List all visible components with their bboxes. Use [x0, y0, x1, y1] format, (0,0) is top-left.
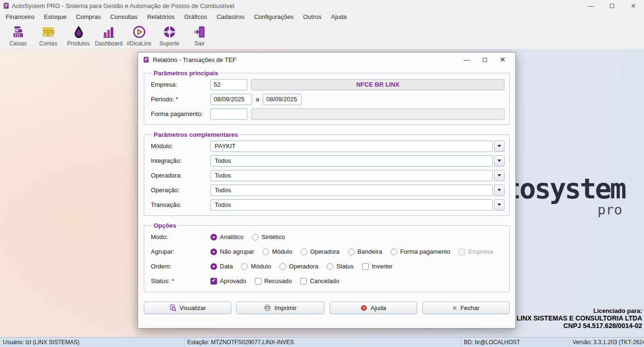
checkbox-aprovado[interactable]: Aprovado [210, 277, 246, 285]
dialog-maximize-button[interactable] [476, 58, 494, 62]
radio-icon [262, 249, 269, 255]
radio-agrupar-operadora[interactable]: Operadora [301, 248, 339, 255]
option-label: Aprovado [220, 277, 246, 285]
transacao-combobox[interactable]: Todos [210, 199, 505, 211]
toolbar-button-dashboard[interactable]: Dashboard [94, 24, 124, 49]
status-label: Status: * [151, 277, 210, 285]
dialog-titlebar[interactable]: Relatório - Transações de TEF — ✕ [138, 53, 515, 67]
toolbar-button-caixas[interactable]: Caixas [3, 24, 33, 49]
menu-item-compras[interactable]: Compras [71, 11, 105, 22]
dialog: Relatório - Transações de TEF — ✕ Parâme… [138, 52, 516, 329]
checkbox-icon [362, 263, 369, 270]
radio-agrupar-modulo[interactable]: Módulo [262, 248, 292, 255]
group-parametros-complementares: Parâmetros complementares Módulo: PAYKIT… [144, 131, 510, 216]
operacao-row: Operação: Todos [151, 183, 505, 197]
option-label: Data [220, 263, 233, 270]
menu-item-relatorios[interactable]: Relatórios [142, 11, 180, 22]
option-label: Não agrupar [220, 248, 254, 255]
radio-ordem-modulo[interactable]: Módulo [241, 263, 271, 270]
toolbar-label: Produtos [67, 40, 90, 47]
forma-pagamento-row: Forma pagamento: [151, 107, 505, 121]
operadora-row: Operadora: Todos [151, 168, 505, 183]
modo-label: Modo: [151, 233, 210, 240]
empresa-code-input[interactable] [210, 79, 247, 90]
button-label: Fechar [461, 304, 479, 311]
radio-agrupar-bandeira[interactable]: Bandeira [348, 248, 382, 255]
menu-item-ajuda[interactable]: Ajuda [326, 11, 351, 22]
dialog-minimize-button[interactable]: — [458, 56, 476, 63]
close-x-icon: ✕ [453, 305, 457, 311]
menu-item-cadastros[interactable]: Cadastros [212, 11, 249, 22]
license-title: Licenciado para: [517, 307, 643, 314]
toolbar-button-produtos[interactable]: Produtos [63, 24, 94, 49]
option-label: Operadora [289, 263, 318, 270]
maximize-button[interactable] [601, 0, 623, 11]
dropdown-arrow-button[interactable] [494, 155, 505, 167]
toolbar-button-contas[interactable]: Contas [33, 24, 63, 49]
dropdown-arrow-button[interactable] [494, 185, 505, 196]
fechar-button[interactable]: ✕ Fechar [422, 302, 510, 314]
svg-text:?: ? [362, 306, 365, 311]
toolbar-button-sair[interactable]: Sair [184, 24, 215, 49]
toolbar-button-suporte[interactable]: Suporte [154, 24, 184, 49]
checkbox-cancelado[interactable]: Cancelado [300, 277, 339, 285]
radio-ordem-data[interactable]: Data [210, 263, 233, 270]
statusbar-user: Usuário: lzt (LINX SISTEMAS) [0, 338, 184, 347]
button-label: Ajuda [371, 304, 386, 311]
menu-item-graficos[interactable]: Gráficos [180, 11, 212, 22]
menu-item-configuracoes[interactable]: Configurações [249, 11, 298, 22]
close-button[interactable]: ✕ [623, 0, 644, 11]
checkbox-recusado[interactable]: Recusado [255, 277, 292, 285]
dialog-close-button[interactable]: ✕ [494, 55, 512, 64]
periodo-row: Período: * a [151, 92, 505, 107]
toolbar-button-dicalinx[interactable]: #DicaLinx [124, 24, 154, 49]
empresa-label: Empresa: [151, 81, 210, 88]
radio-agrupar-forma-pagamento[interactable]: Forma pagamento [391, 248, 450, 255]
menu-item-financeiro[interactable]: Financeiro [1, 11, 39, 22]
dialog-maximize-icon [483, 58, 487, 62]
modulo-combobox[interactable]: PAYKIT [210, 141, 505, 152]
cash-register-icon [11, 25, 25, 39]
statusbar: Usuário: lzt (LINX SISTEMAS) Estação: MT… [0, 337, 644, 347]
periodo-to-input[interactable] [263, 94, 302, 105]
transacao-label: Transação: [151, 201, 210, 208]
radio-nao-agrupar[interactable]: Não agrupar [210, 248, 254, 255]
toolbar-label: Dashboard [95, 40, 123, 47]
option-label: Módulo [272, 248, 292, 255]
dropdown-arrow-button[interactable] [494, 199, 505, 211]
menu-item-consultas[interactable]: Consultas [105, 11, 142, 22]
minimize-button[interactable]: — [580, 0, 601, 11]
operadora-combobox[interactable]: Todos [210, 170, 505, 181]
visualizar-button[interactable]: Visualizar [144, 302, 231, 314]
exit-door-icon [193, 25, 207, 39]
radio-sintetico[interactable]: Sintético [252, 233, 285, 240]
operacao-combobox[interactable]: Todos [210, 185, 505, 196]
license-info: Licenciado para: LINX SISTEMAS E CONSULT… [517, 307, 643, 329]
operadora-label: Operadora: [151, 172, 210, 179]
combobox-value: Todos [210, 185, 493, 196]
periodo-separator: a [256, 96, 259, 103]
radio-analitico[interactable]: Analítico [210, 233, 244, 240]
periodo-label: Período: * [151, 96, 210, 103]
menu-item-outros[interactable]: Outros [298, 11, 326, 22]
imprimir-button[interactable]: Imprimir [236, 302, 324, 314]
dropdown-arrow-button[interactable] [494, 141, 505, 152]
integracao-combobox[interactable]: Todos [210, 155, 505, 167]
dialog-icon [143, 56, 149, 63]
checkbox-inverter[interactable]: Inverter [362, 263, 392, 270]
menu-item-estoque[interactable]: Estoque [39, 11, 71, 22]
app-titlebar: AutoSystem PRO - Sistema para Gestão e A… [0, 0, 644, 11]
dialog-window-controls: — ✕ [458, 53, 512, 67]
checkbox-checked-icon [210, 278, 217, 285]
radio-ordem-operadora[interactable]: Operadora [279, 263, 318, 270]
license-company: LINX SISTEMAS E CONSULTORIA LTDA [517, 314, 643, 322]
dropdown-arrow-button[interactable] [494, 170, 505, 181]
button-label: Visualizar [180, 304, 206, 311]
radio-ordem-status[interactable]: Status [327, 263, 354, 270]
group-title-complementares: Parâmetros complementares [152, 131, 240, 138]
ajuda-button[interactable]: ? Ajuda [330, 302, 417, 314]
money-stack-icon [42, 25, 55, 39]
forma-pagamento-code-input[interactable] [210, 108, 247, 120]
chevron-down-icon [497, 189, 501, 191]
periodo-from-input[interactable] [210, 94, 252, 105]
